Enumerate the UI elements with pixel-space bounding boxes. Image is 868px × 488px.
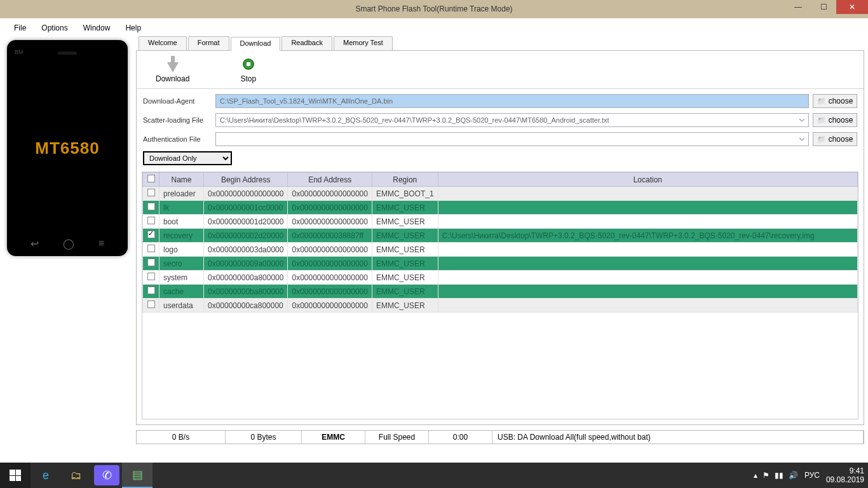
scatter-input[interactable] [215, 113, 809, 127]
download-mode-select[interactable]: Download Only [143, 151, 232, 165]
tab-readback[interactable]: Readback [281, 36, 332, 50]
table-row[interactable]: system0x000000000a8000000x00000000000000… [143, 271, 858, 285]
status-bar: 0 B/s 0 Bytes EMMC Full Speed 0:00 USB: … [136, 430, 864, 444]
network-icon[interactable]: ▮▮ [775, 471, 783, 480]
cell-region: EMMC_BOOT_1 [372, 187, 438, 201]
tray-lang[interactable]: РУС [804, 471, 820, 480]
header-checkbox[interactable] [143, 173, 159, 187]
da-choose-button[interactable]: choose [813, 94, 857, 108]
tray-icons[interactable]: ▴ ⚑ ▮▮ 🔊 [754, 471, 798, 480]
auth-choose-button[interactable]: choose [813, 132, 857, 146]
status-speed: 0 B/s [137, 431, 226, 444]
table-row[interactable]: secro0x0000000009a000000x000000000000000… [143, 257, 858, 271]
tray-up-icon[interactable]: ▴ [754, 471, 757, 480]
taskbar-viber[interactable]: ✆ [94, 465, 119, 485]
table-row[interactable]: preloader0x00000000000000000x00000000000… [143, 187, 858, 201]
auth-input[interactable] [215, 132, 809, 146]
table-row[interactable]: userdata0x00000000ca8000000x000000000000… [143, 299, 858, 313]
phone-brand-label: BM [15, 49, 24, 55]
back-icon: ↩ [31, 238, 39, 250]
status-usb: USB: DA Download All(full speed,without … [492, 431, 864, 444]
taskbar-ie[interactable]: e [31, 463, 61, 488]
cell-location [438, 271, 857, 285]
flag-icon[interactable]: ⚑ [763, 471, 770, 480]
row-checkbox[interactable] [147, 231, 155, 238]
cell-name: recovery [159, 229, 204, 243]
stop-button[interactable]: Stop [240, 56, 256, 83]
cell-begin: 0x000000000a800000 [204, 271, 288, 285]
stop-label: Stop [240, 74, 256, 83]
cell-name: preloader [159, 187, 204, 201]
cell-end: 0x0000000000000000 [288, 215, 372, 229]
scatter-label: Scatter-loading File [143, 116, 212, 124]
header-name[interactable]: Name [159, 173, 204, 187]
cell-end: 0x0000000000000000 [288, 285, 372, 299]
tray-clock[interactable]: 9:4109.08.2019 [826, 466, 864, 485]
status-mode: Full Speed [365, 431, 429, 444]
cell-end: 0x0000000000000000 [288, 271, 372, 285]
menu-window[interactable]: Window [77, 22, 117, 34]
header-location[interactable]: Location [438, 173, 857, 187]
cell-end: 0x0000000000000000 [288, 187, 372, 201]
status-bytes: 0 Bytes [226, 431, 302, 444]
table-row[interactable]: boot0x0000000001d200000x0000000000000000… [143, 215, 858, 229]
download-label: Download [156, 74, 189, 83]
cell-location [438, 215, 857, 229]
row-checkbox[interactable] [147, 273, 155, 280]
cell-region: EMMC_USER [372, 243, 438, 257]
phone-mockup: BM MT6580 ↩ ◯ ≡ [7, 40, 128, 256]
taskbar-explorer[interactable]: 🗂 [61, 463, 92, 488]
cell-name: secro [159, 257, 204, 271]
tab-format[interactable]: Format [188, 36, 229, 50]
table-row[interactable]: lk0x0000000001cc00000x0000000000000000EM… [143, 201, 858, 215]
scatter-choose-button[interactable]: choose [813, 113, 857, 127]
menu-file[interactable]: File [8, 22, 32, 34]
maximize-button[interactable]: ☐ [811, 0, 836, 14]
tab-memtest[interactable]: Memory Test [334, 36, 393, 50]
start-button[interactable] [0, 463, 31, 488]
cell-location [438, 257, 857, 271]
table-row[interactable]: recovery0x0000000002d200000x000000000388… [143, 229, 858, 243]
download-button[interactable]: Download [156, 56, 189, 83]
cell-end: 0x0000000000000000 [288, 201, 372, 215]
table-row[interactable]: cache0x00000000ba8000000x000000000000000… [143, 285, 858, 299]
row-checkbox[interactable] [147, 203, 155, 210]
cell-end: 0x0000000000000000 [288, 243, 372, 257]
da-input[interactable] [215, 94, 809, 108]
taskbar-spflash[interactable]: ▤ [122, 463, 153, 488]
close-button[interactable]: ✕ [836, 0, 868, 14]
row-checkbox[interactable] [147, 301, 155, 308]
cell-region: EMMC_USER [372, 229, 438, 243]
phone-preview-pane: BM MT6580 ↩ ◯ ≡ [4, 36, 131, 456]
cell-location [438, 243, 857, 257]
volume-icon[interactable]: 🔊 [789, 471, 798, 480]
cell-begin: 0x00000000ca800000 [204, 299, 288, 313]
table-row[interactable]: logo0x0000000003da00000x0000000000000000… [143, 243, 858, 257]
window-title: Smart Phone Flash Tool(Runtime Trace Mod… [355, 4, 512, 13]
header-begin[interactable]: Begin Address [204, 173, 288, 187]
menu-options[interactable]: Options [35, 22, 74, 34]
tab-bar: Welcome Format Download Readback Memory … [136, 36, 864, 50]
cell-region: EMMC_USER [372, 215, 438, 229]
cell-location [438, 299, 857, 313]
row-checkbox[interactable] [147, 259, 155, 266]
row-checkbox[interactable] [147, 245, 155, 252]
cell-region: EMMC_USER [372, 285, 438, 299]
auth-label: Authentication File [143, 135, 212, 143]
row-checkbox[interactable] [147, 217, 155, 224]
cell-region: EMMC_USER [372, 271, 438, 285]
cell-name: system [159, 271, 204, 285]
row-checkbox[interactable] [147, 287, 155, 294]
menu-help[interactable]: Help [119, 22, 147, 34]
row-checkbox[interactable] [147, 189, 155, 196]
taskbar: e 🗂 ✆ ▤ ▴ ⚑ ▮▮ 🔊 РУС 9:4109.08.2019 [0, 463, 868, 488]
minimize-button[interactable]: — [785, 0, 811, 14]
header-end[interactable]: End Address [288, 173, 372, 187]
cell-begin: 0x0000000003da0000 [204, 243, 288, 257]
menubar: File Options Window Help [4, 20, 864, 36]
header-region[interactable]: Region [372, 173, 438, 187]
tab-welcome[interactable]: Welcome [139, 36, 187, 50]
tab-download[interactable]: Download [231, 37, 281, 51]
home-icon: ◯ [63, 238, 74, 250]
cell-begin: 0x00000000ba800000 [204, 285, 288, 299]
